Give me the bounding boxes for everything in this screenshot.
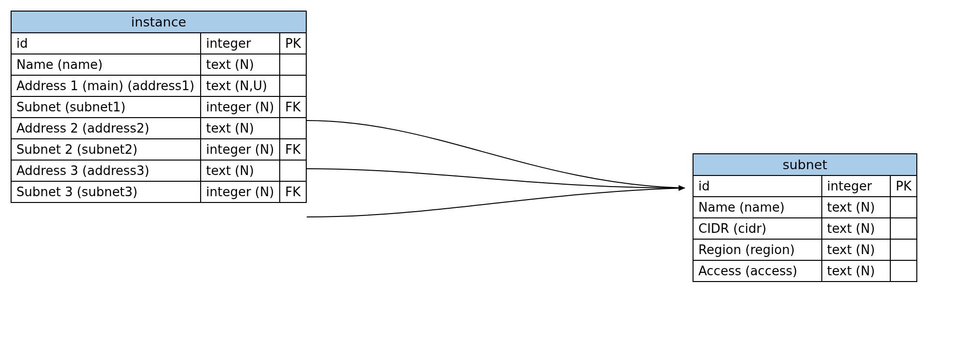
table-row: Subnet (subnet1) integer (N) FK [11, 96, 306, 118]
col-key: FK [280, 96, 306, 118]
table-row: Subnet 2 (subnet2) integer (N) FK [11, 139, 306, 160]
col-name: Address 2 (address2) [11, 118, 201, 139]
col-type: text (N) [822, 260, 890, 282]
col-type: integer (N) [201, 181, 280, 202]
col-type: text (N) [822, 218, 890, 239]
table-row: Address 3 (address3) text (N) [11, 160, 306, 181]
col-name: Address 3 (address3) [11, 160, 201, 181]
col-key [280, 54, 306, 75]
col-name: Subnet 3 (subnet3) [11, 181, 201, 202]
entity-instance: instance id integer PK Name (name) text … [11, 11, 307, 203]
col-key: PK [890, 175, 917, 197]
col-key [280, 118, 306, 139]
col-key: PK [280, 33, 306, 54]
col-type: text (N) [822, 197, 890, 218]
col-key: FK [280, 181, 306, 202]
entity-subnet-title: subnet [693, 154, 917, 175]
table-row: Address 2 (address2) text (N) [11, 118, 306, 139]
col-name: Subnet (subnet1) [11, 96, 201, 118]
col-name: Address 1 (main) (address1) [11, 75, 201, 96]
table-row: Region (region) text (N) [693, 239, 917, 260]
table-row: Access (access) text (N) [693, 260, 917, 282]
col-key [890, 218, 917, 239]
table-row: id integer PK [11, 33, 306, 54]
edge-subnet1-to-subnet-id [307, 121, 684, 188]
col-name: Name (name) [693, 197, 822, 218]
table-row: Name (name) text (N) [11, 54, 306, 75]
table-row: Name (name) text (N) [693, 197, 917, 218]
edge-subnet3-to-subnet-id [307, 188, 684, 217]
table-row: id integer PK [693, 175, 917, 197]
entity-subnet: subnet id integer PK Name (name) text (N… [693, 153, 917, 282]
col-key [890, 239, 917, 260]
col-name: Subnet 2 (subnet2) [11, 139, 201, 160]
col-key [280, 75, 306, 96]
col-type: integer [822, 175, 890, 197]
col-type: text (N) [822, 239, 890, 260]
col-type: text (N) [201, 160, 280, 181]
col-type: integer (N) [201, 96, 280, 118]
col-key [890, 197, 917, 218]
entity-instance-title: instance [11, 11, 306, 33]
col-type: text (N) [201, 118, 280, 139]
col-name: CIDR (cidr) [693, 218, 822, 239]
col-key: FK [280, 139, 306, 160]
col-key [890, 260, 917, 282]
table-row: CIDR (cidr) text (N) [693, 218, 917, 239]
col-type: text (N,U) [201, 75, 280, 96]
col-type: text (N) [201, 54, 280, 75]
edge-subnet2-to-subnet-id [307, 169, 685, 188]
table-row: Address 1 (main) (address1) text (N,U) [11, 75, 306, 96]
col-type: integer (N) [201, 139, 280, 160]
table-row: Subnet 3 (subnet3) integer (N) FK [11, 181, 306, 202]
col-name: id [693, 175, 822, 197]
col-name: id [11, 33, 201, 54]
col-name: Access (access) [693, 260, 822, 282]
col-key [280, 160, 306, 181]
col-name: Name (name) [11, 54, 201, 75]
col-type: integer [201, 33, 280, 54]
col-name: Region (region) [693, 239, 822, 260]
